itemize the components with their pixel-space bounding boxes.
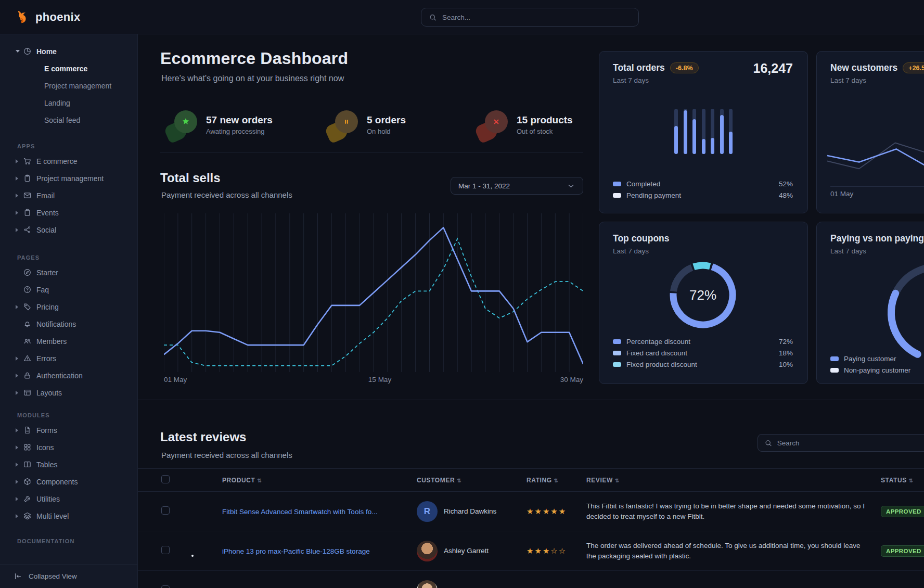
row-checkbox[interactable] [161,546,170,554]
sidebar-item-forms[interactable]: Forms [0,421,137,439]
users-icon [23,337,32,346]
legend-label: Fixed card discount [626,349,687,357]
legend-value: 52% [779,180,793,188]
caret-right-icon [16,480,23,484]
sidebar-item-events[interactable]: Events [0,204,137,221]
legend-value: 10% [779,361,793,368]
sidebar-item-errors[interactable]: Errors [0,350,137,367]
sidebar-item-faq[interactable]: Faq [0,281,137,298]
total-sells-x-labels: 01 May 15 May 30 May [164,376,583,384]
question-icon [23,285,32,294]
column-header-status[interactable]: STATUS⇅ [881,477,924,484]
card-period: Last 7 days [613,76,649,84]
wrench-icon [23,494,32,503]
legend-swatch [613,193,621,198]
sidebar-subitem-project-management[interactable]: Project management [0,77,137,94]
brand-logo[interactable]: phoenix [15,9,80,25]
coupons-donut-chart: 72% [666,259,739,331]
change-badge: +26.5% [903,62,924,73]
sidebar-item-icons[interactable]: Icons [0,439,137,456]
caret-right-icon [16,228,23,232]
bar [702,109,705,154]
sidebar-section-documentation: DOCUMENTATION [0,535,137,547]
top-navbar: phoenix [0,0,924,34]
x-label-right: 30 May [560,376,583,384]
mail-icon [23,191,32,200]
column-header-review[interactable]: REVIEW⇅ [586,477,881,484]
lock-icon [23,371,32,380]
sidebar-nav: HomeE commerceProject managementLandingS… [0,43,137,547]
sidebar-subitem-social-feed[interactable]: Social feed [0,111,137,129]
collapsed-view-toggle[interactable]: Collapsed View [0,564,137,588]
legend-label: Fixed product discount [626,361,697,368]
bell-icon [23,319,32,328]
search-icon [429,13,437,22]
reviews-search-input[interactable] [777,439,922,447]
reviews-search [758,434,924,452]
sidebar-subitem-e-commerce[interactable]: E commerce [0,60,137,77]
column-header-customer[interactable]: CUSTOMER⇅ [417,477,527,484]
sidebar-item-tables[interactable]: Tables [0,456,137,473]
stat-awating-processing: 57 new orders Awating processing [168,110,329,139]
legend-swatch [613,182,621,186]
bar [684,109,687,154]
pie-icon [23,47,32,56]
collapse-icon [14,572,22,581]
card-period: Last 7 days [613,247,649,255]
new-customers-line-chart [827,141,924,177]
card-title: Top coupons [613,233,670,244]
global-search-input[interactable] [442,14,631,21]
sidebar-item-starter[interactable]: Starter [0,264,137,281]
sidebar-item-e-commerce[interactable]: E commerce [0,152,137,170]
legend-row: Fixed product discount 10% [613,359,793,370]
sidebar-item-authentication[interactable]: Authentication [0,367,137,384]
date-range-value: Mar 1 - 31, 2022 [458,182,510,190]
legend-label: Paying customer [844,355,896,363]
date-range-select[interactable]: Mar 1 - 31, 2022 [451,177,583,195]
top-coupons-card: Top coupons Last 7 days 72% Percentage d… [599,222,808,384]
stat-value: 15 products [517,114,573,126]
row-checkbox[interactable] [161,506,170,515]
sidebar-subitem-landing[interactable]: Landing [0,94,137,111]
sidebar-item-members[interactable]: Members [0,333,137,350]
sidebar-item-social[interactable]: Social [0,221,137,238]
sidebar-item-multi-level[interactable]: Multi level [0,507,137,525]
column-header-product[interactable]: PRODUCT⇅ [222,477,417,484]
legend-row: Fixed card discount 18% [613,347,793,359]
sort-icon: ⇅ [554,478,559,483]
legend-row: Non-paying customer [830,364,924,376]
sort-icon: ⇅ [258,478,262,483]
total-orders-card: Total orders -6.8% Last 7 days 16,247 Co… [599,51,808,213]
stat-icon-wrap [329,110,358,139]
sidebar-item-home[interactable]: Home [0,43,137,60]
layers-icon [23,512,32,520]
caret-right-icon [16,356,23,361]
sort-icon: ⇅ [457,478,461,483]
caret-right-icon [16,514,23,518]
sidebar-item-components[interactable]: Components [0,473,137,490]
legend-value: 72% [779,338,793,346]
legend-label: Non-paying customer [844,366,910,374]
caret-right-icon [16,176,23,181]
legend-row: Paying customer [830,353,924,364]
select-all-checkbox[interactable] [161,475,170,483]
caret-right-icon [16,194,23,198]
product-link[interactable]: Fitbit Sense Advanced Smartwatch with To… [222,508,390,516]
status-badge: APPROVED [881,545,924,557]
product-link[interactable]: iPhone 13 pro max-Pacific Blue-128GB sto… [222,547,382,555]
total-orders-value: 16,247 [753,61,793,76]
sidebar-item-project-management[interactable]: Project management [0,170,137,187]
caret-right-icon [16,445,23,450]
sidebar-item-layouts[interactable]: Layouts [0,384,137,401]
total-sells-title: Total sells [160,171,221,185]
sidebar-item-notifications[interactable]: Notifications [0,315,137,333]
avatar [417,541,438,561]
sidebar-item-pricing[interactable]: Pricing [0,298,137,315]
legend-label: Percentage discount [626,338,690,346]
sidebar-item-utilities[interactable]: Utilities [0,490,137,507]
column-header-rating[interactable]: RATING⇅ [527,477,586,484]
row-checkbox[interactable] [161,585,170,588]
x-label-mid: 15 May [368,376,391,384]
sidebar-item-email[interactable]: Email [0,187,137,204]
clipboard-icon [23,174,32,183]
